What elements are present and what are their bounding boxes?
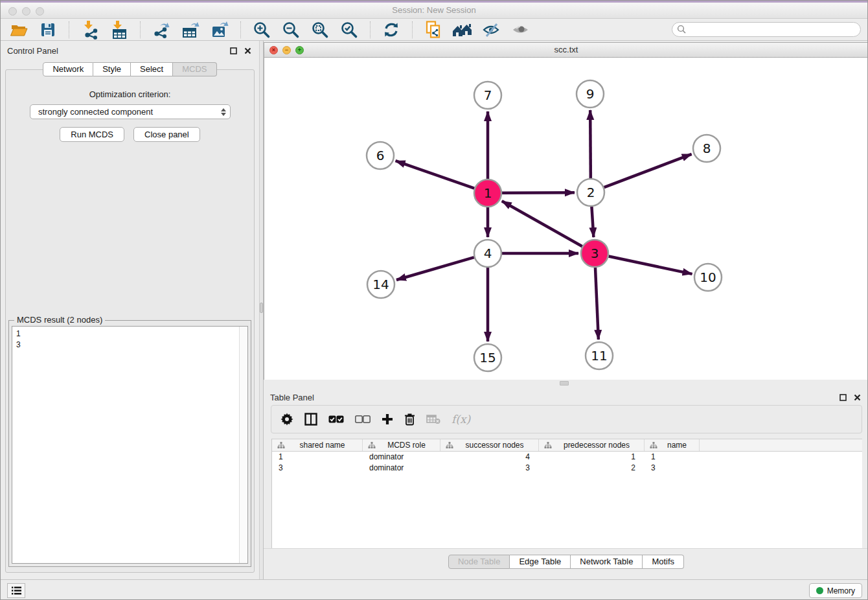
application-window: Session: New Session <box>0 0 868 600</box>
graph-node-9[interactable]: 9 <box>577 80 604 108</box>
show-all-icon[interactable] <box>509 20 532 40</box>
graph-edge-2-9[interactable] <box>590 110 591 178</box>
graph-node-15[interactable]: 15 <box>474 344 501 371</box>
graph-node-8[interactable]: 8 <box>693 135 720 162</box>
delete-column-icon[interactable] <box>404 411 415 428</box>
zoom-selected-icon[interactable] <box>337 20 361 40</box>
graph-edge-3-1[interactable] <box>502 201 582 246</box>
zoom-in-icon[interactable] <box>250 20 273 40</box>
close-panel-icon[interactable] <box>242 45 253 56</box>
graph-edge-2-8[interactable] <box>604 154 692 187</box>
network-close-button[interactable]: × <box>269 46 278 54</box>
graph-node-1[interactable]: 1 <box>474 179 501 207</box>
save-session-icon[interactable] <box>36 20 60 40</box>
memory-button[interactable]: Memory <box>809 583 862 598</box>
table-cell[interactable]: 3 <box>440 463 539 474</box>
run-mcds-button[interactable]: Run MCDS <box>60 127 124 142</box>
window-minimize-button[interactable] <box>22 7 30 16</box>
select-all-columns-icon[interactable] <box>328 411 344 428</box>
graph-edge-4-14[interactable] <box>396 257 474 280</box>
import-network-icon[interactable] <box>78 20 102 40</box>
column-header[interactable]: name <box>645 439 700 451</box>
graph-node-10[interactable]: 10 <box>694 264 722 291</box>
add-column-icon[interactable] <box>382 411 393 428</box>
graph-node-4[interactable]: 4 <box>474 240 501 267</box>
refresh-layout-icon[interactable] <box>380 20 403 40</box>
open-session-icon[interactable] <box>7 20 30 40</box>
window-close-button[interactable] <box>8 7 17 16</box>
tab-network-table[interactable]: Network Table <box>571 555 643 569</box>
function-builder-icon[interactable]: f(x) <box>451 411 470 428</box>
svg-text:1: 1 <box>484 185 492 201</box>
float-panel-icon[interactable] <box>838 392 848 402</box>
first-neighbors-icon[interactable] <box>451 20 474 40</box>
window-zoom-button[interactable] <box>36 7 44 16</box>
hide-selected-icon[interactable] <box>480 20 503 40</box>
table-cell[interactable]: dominator <box>363 452 440 463</box>
graph-node-6[interactable]: 6 <box>367 142 394 169</box>
node-table: shared nameMCDS rolesuccessor nodesprede… <box>271 439 862 548</box>
zoom-fit-icon[interactable] <box>308 20 332 40</box>
tab-node-table[interactable]: Node Table <box>448 555 510 569</box>
export-table-icon[interactable] <box>179 20 202 40</box>
delete-table-icon[interactable] <box>426 411 440 428</box>
network-minimize-button[interactable]: − <box>282 46 291 54</box>
graph-edge-1-2[interactable] <box>502 192 575 193</box>
horizontal-splitter[interactable] <box>264 380 868 387</box>
import-table-icon[interactable] <box>108 20 131 40</box>
table-cell[interactable]: 1 <box>539 452 645 463</box>
splitter-grip[interactable] <box>260 303 263 313</box>
svg-text:4: 4 <box>484 246 492 261</box>
graph-edge-3-10[interactable] <box>609 257 692 274</box>
unselect-all-columns-icon[interactable] <box>355 411 371 428</box>
toolbar-separator <box>240 21 241 38</box>
tab-edge-table[interactable]: Edge Table <box>510 555 571 569</box>
table-body: 1dominator4113dominator323 <box>272 452 862 474</box>
table-cell[interactable]: 1 <box>645 452 700 463</box>
table-cell[interactable]: 1 <box>272 452 363 463</box>
graph-node-2[interactable]: 2 <box>577 179 604 206</box>
table-cell[interactable]: 3 <box>645 463 700 474</box>
network-canvas[interactable]: 7968124314101511 <box>264 58 868 380</box>
task-history-button[interactable] <box>7 583 25 598</box>
optimization-criterion-dropdown[interactable]: strongly connected component <box>30 104 231 119</box>
export-network-icon[interactable] <box>150 20 173 40</box>
table-settings-gear-icon[interactable] <box>280 411 293 428</box>
tab-select[interactable]: Select <box>131 62 173 76</box>
graph-edge-2-3[interactable] <box>591 207 593 237</box>
column-header[interactable]: successor nodes <box>440 439 539 451</box>
tab-mcds[interactable]: MCDS <box>173 62 216 76</box>
show-column-icon[interactable] <box>304 411 317 428</box>
export-image-icon[interactable] <box>208 20 231 40</box>
new-network-from-selection-icon[interactable] <box>422 20 445 40</box>
close-panel-button[interactable]: Close panel <box>133 127 200 142</box>
table-row[interactable]: 1dominator411 <box>272 452 862 463</box>
graph-edge-3-11[interactable] <box>595 268 599 340</box>
search-input[interactable] <box>672 22 861 37</box>
graph-edge-1-6[interactable] <box>396 161 475 188</box>
graph-node-7[interactable]: 7 <box>474 82 501 109</box>
column-header[interactable]: predecessor nodes <box>539 439 645 451</box>
graph-node-3[interactable]: 3 <box>581 240 608 267</box>
tab-motifs[interactable]: Motifs <box>643 555 684 569</box>
column-header[interactable]: MCDS role <box>363 439 440 451</box>
column-header[interactable]: shared name <box>272 439 363 451</box>
table-row[interactable]: 3dominator323 <box>272 463 862 474</box>
zoom-out-icon[interactable] <box>279 20 303 40</box>
table-cell[interactable]: 4 <box>440 452 539 463</box>
network-zoom-button[interactable]: + <box>295 46 304 54</box>
close-panel-icon[interactable] <box>852 392 862 402</box>
tab-style[interactable]: Style <box>93 62 131 76</box>
svg-text:14: 14 <box>372 277 389 292</box>
splitter-grip[interactable] <box>560 381 569 386</box>
graph-node-14[interactable]: 14 <box>367 271 394 298</box>
vertical-splitter[interactable] <box>259 41 264 579</box>
table-cell[interactable]: 3 <box>272 463 363 474</box>
float-panel-icon[interactable] <box>228 45 238 56</box>
table-cell[interactable]: dominator <box>363 463 440 474</box>
table-cell[interactable]: 2 <box>539 463 645 474</box>
mcds-result-scrollbar[interactable] <box>239 327 247 563</box>
column-type-icon <box>277 442 285 449</box>
graph-node-11[interactable]: 11 <box>586 342 613 369</box>
tab-network[interactable]: Network <box>43 62 93 76</box>
